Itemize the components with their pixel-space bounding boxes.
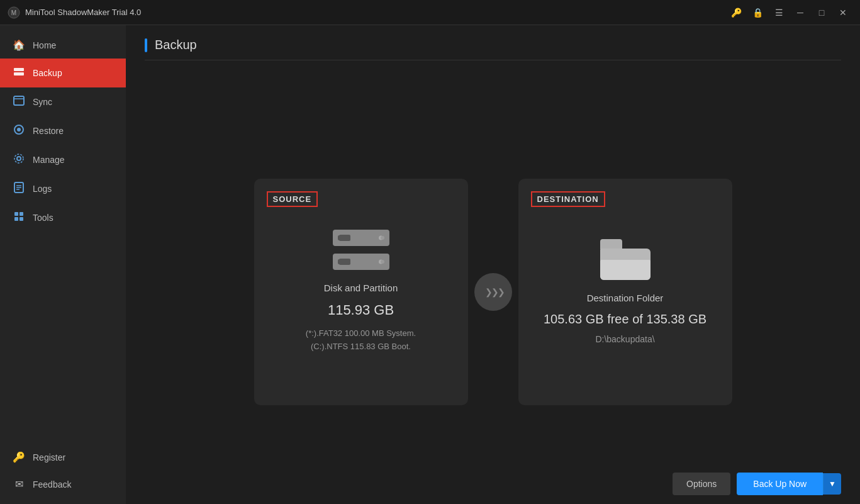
backup-dropdown-button[interactable]: ▼ xyxy=(823,473,841,495)
manage-icon xyxy=(13,153,25,167)
backup-arrow: ❯❯❯ xyxy=(474,273,512,311)
register-icon: 🔑 xyxy=(13,451,25,463)
svg-rect-15 xyxy=(20,212,23,216)
folder-icon xyxy=(600,239,651,280)
bottom-bar: Options Back Up Now ▼ xyxy=(126,464,860,504)
title-actions: 🔑 🔒 ☰ ─ □ ✕ xyxy=(727,3,852,22)
svg-point-7 xyxy=(17,128,21,132)
svg-point-8 xyxy=(17,157,21,160)
svg-rect-14 xyxy=(14,212,18,216)
source-type: Disk and Partition xyxy=(324,283,398,293)
header-bar-accent xyxy=(145,38,147,52)
source-detail: (*:).FAT32 100.00 MB System. (C:).NTFS 1… xyxy=(306,327,416,354)
svg-point-9 xyxy=(14,154,23,163)
backup-area: SOURCE Disk and Partition 115.93 xyxy=(145,79,841,491)
logs-icon xyxy=(13,182,25,196)
destination-card[interactable]: DESTINATION Destination Folder 105.63 GB… xyxy=(518,179,732,405)
sidebar-item-backup[interactable]: Backup xyxy=(0,59,126,87)
close-button[interactable]: ✕ xyxy=(834,3,852,22)
source-detail2: (C:).NTFS 115.83 GB Boot. xyxy=(306,340,416,354)
source-label: SOURCE xyxy=(267,191,318,207)
svg-rect-2 xyxy=(14,68,24,71)
backup-icon xyxy=(13,66,25,80)
disk-icon xyxy=(333,230,389,270)
main-layout: 🏠 Home Backup Sync xyxy=(0,25,860,504)
sidebar-item-sync[interactable]: Sync xyxy=(0,87,126,116)
sidebar-label-manage: Manage xyxy=(33,155,65,165)
sidebar-bottom: 🔑 Register ✉ Feedback xyxy=(0,444,126,504)
sidebar-label-feedback: Feedback xyxy=(33,479,71,490)
source-icon xyxy=(333,230,389,270)
source-detail1: (*:).FAT32 100.00 MB System. xyxy=(306,327,416,340)
sidebar-item-restore[interactable]: Restore xyxy=(0,116,126,145)
svg-text:M: M xyxy=(11,9,16,16)
page-title: Backup xyxy=(155,38,197,52)
destination-type: Destination Folder xyxy=(587,293,664,303)
page-header: Backup xyxy=(145,38,841,60)
sidebar-label-sync: Sync xyxy=(33,97,52,107)
sidebar-label-home: Home xyxy=(33,40,56,50)
destination-path: D:\backupdata\ xyxy=(595,334,654,344)
sidebar-item-manage[interactable]: Manage xyxy=(0,145,126,174)
app-logo: M xyxy=(8,6,20,19)
home-icon: 🏠 xyxy=(13,39,25,51)
options-button[interactable]: Options xyxy=(673,473,730,495)
sidebar-item-tools[interactable]: Tools xyxy=(0,203,126,232)
destination-label: DESTINATION xyxy=(531,191,605,207)
destination-free: 105.63 GB free of 135.38 GB xyxy=(544,312,706,327)
svg-rect-17 xyxy=(20,217,23,221)
sidebar-label-tools: Tools xyxy=(33,213,53,223)
content-area: Backup SOURCE xyxy=(126,25,860,504)
app-title: MiniTool ShadowMaker Trial 4.0 xyxy=(25,8,727,17)
tools-icon xyxy=(13,211,25,225)
sidebar: 🏠 Home Backup Sync xyxy=(0,25,126,504)
sidebar-label-backup: Backup xyxy=(33,68,62,78)
shield-icon[interactable]: 🔒 xyxy=(748,3,767,22)
svg-rect-16 xyxy=(14,217,18,221)
menu-icon[interactable]: ☰ xyxy=(769,3,788,22)
backup-now-button[interactable]: Back Up Now xyxy=(737,473,823,495)
feedback-icon: ✉ xyxy=(13,478,25,490)
svg-rect-3 xyxy=(14,72,24,76)
sidebar-label-register: Register xyxy=(33,452,65,462)
sidebar-label-restore: Restore xyxy=(33,126,64,136)
sidebar-item-home[interactable]: 🏠 Home xyxy=(0,31,126,59)
maximize-button[interactable]: □ xyxy=(812,3,831,22)
sidebar-label-logs: Logs xyxy=(33,184,52,194)
svg-rect-4 xyxy=(14,96,24,105)
sync-icon xyxy=(13,95,25,109)
source-size: 115.93 GB xyxy=(328,302,394,318)
title-bar: M MiniTool ShadowMaker Trial 4.0 🔑 🔒 ☰ ─… xyxy=(0,0,860,25)
sidebar-item-register[interactable]: 🔑 Register xyxy=(0,444,126,471)
minimize-button[interactable]: ─ xyxy=(791,3,810,22)
source-card[interactable]: SOURCE Disk and Partition 115.93 xyxy=(254,179,468,405)
key-icon[interactable]: 🔑 xyxy=(727,3,746,22)
sidebar-item-logs[interactable]: Logs xyxy=(0,174,126,203)
backup-now-group: Back Up Now ▼ xyxy=(737,473,841,495)
arrow-icon: ❯❯❯ xyxy=(485,287,504,297)
restore-icon xyxy=(13,124,25,138)
sidebar-item-feedback[interactable]: ✉ Feedback xyxy=(0,471,126,498)
